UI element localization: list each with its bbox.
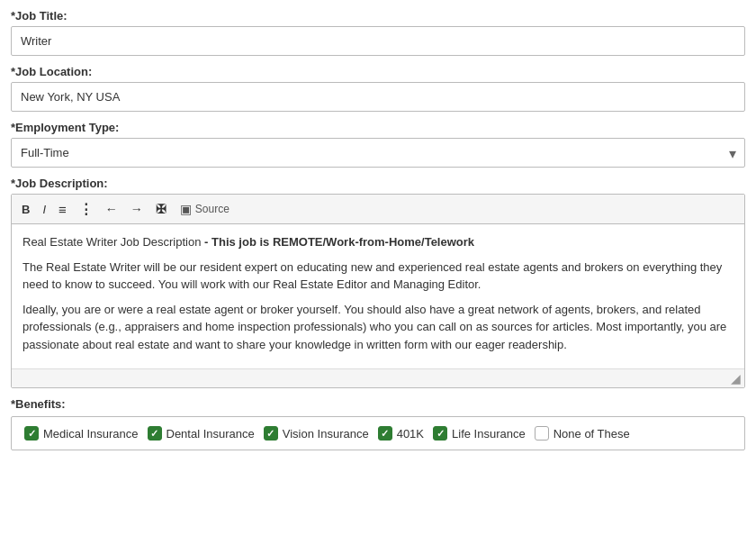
none-of-these-checkbox[interactable] [535, 426, 549, 441]
job-location-label: *Job Location: [11, 65, 745, 78]
dental-insurance-checkbox[interactable] [148, 426, 162, 441]
source-button[interactable]: ▣ Source [176, 200, 233, 218]
benefits-container: Medical Insurance Dental Insurance Visio… [11, 416, 745, 450]
resize-handle[interactable]: ◢ [12, 368, 744, 387]
description-bold: - This job is REMOTE/Work-from-Home/Tele… [204, 235, 474, 249]
description-paragraph-1: Real Estate Writer Job Description - Thi… [22, 233, 734, 251]
employment-type-wrapper: Full-Time Part-Time Contract Freelance ▾ [11, 138, 745, 168]
dental-insurance-label: Dental Insurance [166, 427, 255, 441]
benefit-none-of-these: None of These [535, 426, 630, 441]
description-paragraph-2: The Real Estate Writer will be our resid… [22, 259, 734, 294]
benefit-vision-insurance: Vision Insurance [264, 426, 369, 441]
rich-text-editor: B I ≡ ⋮ ← → ✠ ▣ Source Real Estate Write… [11, 194, 745, 388]
benefit-401k: 401K [378, 426, 424, 441]
medical-insurance-label: Medical Insurance [43, 427, 139, 441]
vision-insurance-checkbox[interactable] [264, 426, 278, 441]
employment-type-group: *Employment Type: Full-Time Part-Time Co… [11, 121, 745, 168]
401k-label: 401K [397, 427, 424, 441]
vision-insurance-label: Vision Insurance [283, 427, 369, 441]
medical-insurance-checkbox[interactable] [24, 426, 39, 441]
source-icon: ▣ [180, 202, 192, 216]
job-title-label: *Job Title: [11, 9, 745, 23]
redo-button[interactable]: → [128, 200, 146, 218]
job-location-input[interactable] [11, 82, 745, 112]
bold-button[interactable]: B [19, 201, 32, 218]
life-insurance-checkbox[interactable] [433, 426, 447, 441]
benefit-life-insurance: Life Insurance [433, 426, 526, 441]
life-insurance-label: Life Insurance [452, 427, 526, 441]
job-location-group: *Job Location: [11, 65, 745, 112]
job-description-group: *Job Description: B I ≡ ⋮ ← → ✠ ▣ Source… [11, 177, 745, 388]
italic-button[interactable]: I [40, 201, 49, 218]
ordered-list-button[interactable]: ≡ [56, 200, 69, 219]
benefits-group: *Benefits: Medical Insurance Dental Insu… [11, 397, 745, 450]
benefit-dental-insurance: Dental Insurance [148, 426, 255, 441]
benefit-medical-insurance: Medical Insurance [24, 426, 139, 441]
benefits-label: *Benefits: [11, 397, 745, 411]
401k-checkbox[interactable] [378, 426, 392, 441]
editor-content[interactable]: Real Estate Writer Job Description - Thi… [12, 224, 744, 368]
employment-type-select[interactable]: Full-Time Part-Time Contract Freelance [11, 138, 745, 168]
job-title-group: *Job Title: [11, 9, 745, 56]
none-of-these-label: None of These [554, 427, 630, 441]
description-paragraph-3: Ideally, you are or were a real estate a… [22, 301, 734, 354]
job-description-label: *Job Description: [11, 177, 745, 190]
source-label: Source [195, 203, 230, 215]
unordered-list-button[interactable]: ⋮ [76, 199, 95, 219]
employment-type-label: *Employment Type: [11, 121, 745, 134]
expand-button[interactable]: ✠ [153, 200, 169, 218]
editor-toolbar: B I ≡ ⋮ ← → ✠ ▣ Source [12, 195, 744, 224]
job-title-input[interactable] [11, 26, 745, 56]
undo-button[interactable]: ← [103, 200, 121, 218]
